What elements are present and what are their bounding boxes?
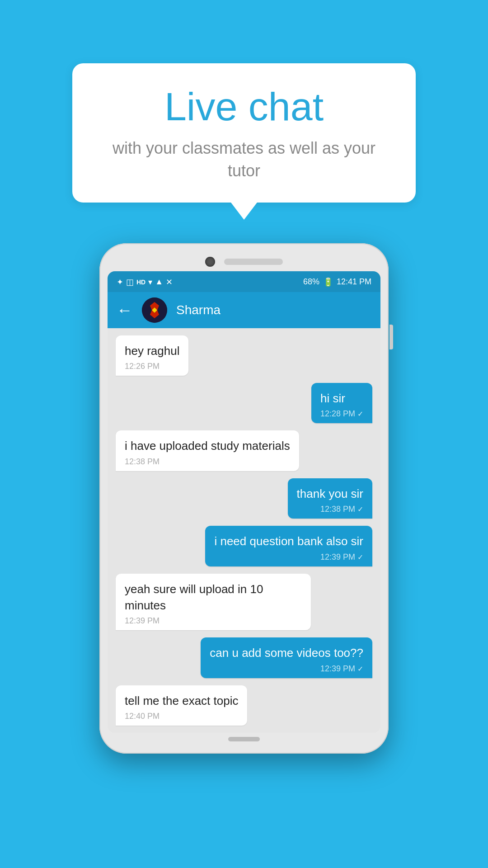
message-text: hi sir bbox=[320, 390, 363, 406]
message-time: 12:38 PM bbox=[125, 457, 290, 467]
avatar-image bbox=[142, 297, 167, 323]
message-time: 12:40 PM bbox=[125, 712, 238, 721]
phone-speaker bbox=[224, 259, 283, 265]
message-text: i need question bank also sir bbox=[214, 533, 363, 549]
back-button[interactable]: ← bbox=[117, 302, 133, 318]
app-bar: ← Sharma bbox=[108, 292, 380, 328]
read-receipt-icon: ✓ bbox=[357, 505, 363, 514]
phone-screen: ✦ ◫ HD ▾ ▲ ✕ 68% 🔋 12:41 PM ← bbox=[108, 271, 380, 733]
contact-name: Sharma bbox=[176, 303, 221, 317]
read-receipt-icon: ✓ bbox=[357, 665, 363, 673]
battery-percent: 68% bbox=[303, 277, 319, 287]
message-time: 12:38 PM ✓ bbox=[297, 505, 363, 514]
battery-icon: 🔋 bbox=[323, 277, 333, 287]
message-text: yeah sure will upload in 10 minutes bbox=[125, 581, 302, 614]
tooltip-card: Live chat with your classmates as well a… bbox=[72, 63, 416, 203]
message-item: hey raghul 12:26 PM bbox=[116, 335, 188, 376]
message-time: 12:39 PM bbox=[125, 616, 302, 626]
chat-area: hey raghul 12:26 PM hi sir 12:28 PM ✓ i … bbox=[108, 328, 380, 733]
hd-icon: HD bbox=[136, 278, 145, 286]
status-bar: ✦ ◫ HD ▾ ▲ ✕ 68% 🔋 12:41 PM bbox=[108, 271, 380, 292]
message-text: hey raghul bbox=[125, 343, 179, 359]
message-item: thank you sir 12:38 PM ✓ bbox=[288, 478, 372, 519]
message-item: tell me the exact topic 12:40 PM bbox=[116, 685, 247, 726]
network2-icon: ✕ bbox=[166, 277, 173, 287]
tooltip-title: Live chat bbox=[99, 85, 389, 129]
message-item: i have uploaded study materials 12:38 PM bbox=[116, 430, 299, 471]
avatar bbox=[142, 297, 167, 323]
phone-bottom-bar bbox=[108, 733, 380, 745]
clock: 12:41 PM bbox=[337, 277, 371, 287]
read-receipt-icon: ✓ bbox=[357, 410, 363, 418]
phone-top-bar bbox=[108, 251, 380, 271]
status-icons-right: 68% 🔋 12:41 PM bbox=[303, 277, 371, 287]
message-text: can u add some videos too?? bbox=[210, 645, 363, 661]
message-item: hi sir 12:28 PM ✓ bbox=[311, 383, 372, 423]
message-item: yeah sure will upload in 10 minutes 12:3… bbox=[116, 574, 311, 631]
signal-icon: ◫ bbox=[126, 277, 134, 287]
message-text: thank you sir bbox=[297, 486, 363, 502]
message-item: can u add some videos too?? 12:39 PM ✓ bbox=[201, 637, 372, 678]
status-icons-left: ✦ ◫ HD ▾ ▲ ✕ bbox=[117, 277, 173, 287]
message-item: i need question bank also sir 12:39 PM ✓ bbox=[205, 526, 372, 566]
message-text: tell me the exact topic bbox=[125, 693, 238, 709]
phone-outer: ✦ ◫ HD ▾ ▲ ✕ 68% 🔋 12:41 PM ← bbox=[99, 243, 389, 754]
message-time: 12:39 PM ✓ bbox=[210, 664, 363, 674]
read-receipt-icon: ✓ bbox=[357, 553, 363, 561]
power-button bbox=[389, 325, 393, 349]
home-button[interactable] bbox=[228, 737, 260, 741]
network-icon: ▲ bbox=[155, 277, 163, 287]
wifi-icon: ▾ bbox=[148, 277, 152, 287]
message-time: 12:39 PM ✓ bbox=[214, 552, 363, 562]
tooltip-subtitle: with your classmates as well as your tut… bbox=[99, 137, 389, 183]
phone-camera bbox=[205, 257, 215, 267]
message-time: 12:26 PM bbox=[125, 362, 179, 371]
bluetooth-icon: ✦ bbox=[117, 277, 123, 287]
phone-mockup: ✦ ◫ HD ▾ ▲ ✕ 68% 🔋 12:41 PM ← bbox=[99, 243, 389, 754]
message-text: i have uploaded study materials bbox=[125, 438, 290, 454]
message-time: 12:28 PM ✓ bbox=[320, 409, 363, 419]
